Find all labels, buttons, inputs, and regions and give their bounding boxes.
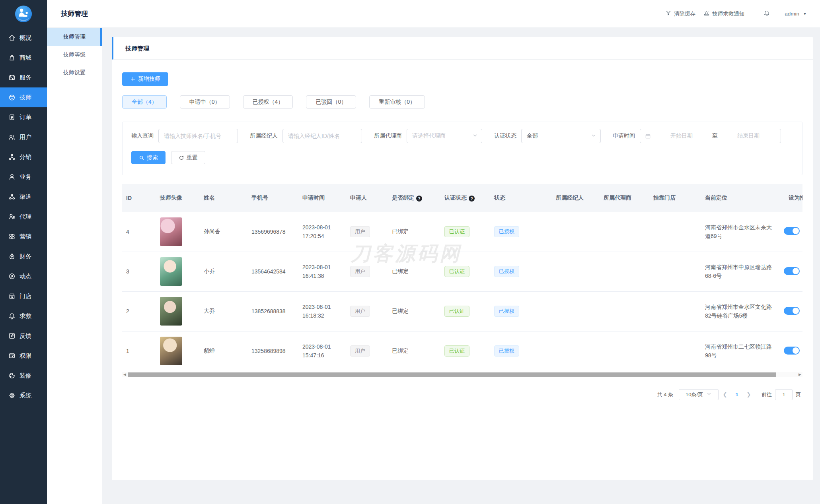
horizontal-scrollbar[interactable]: ◀ ▶	[122, 372, 802, 377]
tab-applying[interactable]: 申请中（0）	[180, 95, 230, 109]
sidebar-item-label: 权限	[19, 352, 31, 360]
sidebar-item-channel[interactable]: 渠道	[0, 187, 47, 207]
dealer-select[interactable]: 请选择代理商	[407, 129, 482, 143]
technician-avatar[interactable]	[160, 297, 182, 326]
sidebar-item-label: 渠道	[19, 193, 31, 201]
next-page-button[interactable]: ❯	[742, 392, 755, 397]
sidebar-nav: 概况 商城 服务 技师 订单 用户	[0, 28, 47, 405]
keyword-input[interactable]	[158, 129, 238, 143]
search-button[interactable]: 搜索	[131, 151, 166, 164]
sidebar-item-mall[interactable]: 商城	[0, 48, 47, 68]
sidebar-item-agent[interactable]: 代理	[0, 207, 47, 227]
agent-input[interactable]	[282, 129, 362, 143]
dealer-label: 所属代理商	[374, 132, 402, 140]
users-icon	[8, 134, 16, 141]
apply-time-range-picker[interactable]: 开始日期 至 结束日期	[640, 129, 781, 143]
cert-status-label: 认证状态	[494, 132, 516, 140]
marketing-icon	[8, 233, 16, 240]
scroll-left-arrow[interactable]: ◀	[122, 372, 127, 377]
sidebar-item-overview[interactable]: 概况	[0, 28, 47, 48]
bell-sos-icon	[8, 312, 16, 320]
order-icon	[8, 114, 16, 121]
sidebar-item-order[interactable]: 订单	[0, 107, 47, 127]
apply-time-label: 申请时间	[613, 132, 635, 140]
clear-cache-button[interactable]: 清除缓存	[665, 10, 695, 17]
sidebar-item-permission[interactable]: 权限	[0, 346, 47, 366]
submenu-item-technician-setting[interactable]: 技师设置	[47, 64, 102, 81]
tab-reaudit[interactable]: 重新审核（0）	[369, 95, 425, 109]
recommend-toggle[interactable]	[784, 347, 800, 355]
sidebar-item-label: 系统	[19, 392, 31, 399]
keyword-label: 输入查询	[131, 132, 154, 140]
sidebar-item-marketing[interactable]: 营销	[0, 227, 47, 246]
status-badge: 已授权	[494, 226, 519, 237]
sidebar-item-feedback[interactable]: 反馈	[0, 326, 47, 346]
sos-notice-button[interactable]: 技师求救通知	[703, 10, 744, 17]
user-menu[interactable]: admin ▼	[785, 11, 807, 17]
technician-avatar[interactable]	[160, 337, 182, 365]
agent-label: 所属经纪人	[250, 132, 278, 140]
add-technician-button[interactable]: 新增技师	[122, 72, 168, 86]
sidebar-item-label: 商城	[19, 54, 31, 62]
store-icon	[8, 293, 16, 300]
page-size-select[interactable]: 10条/页	[679, 389, 719, 400]
submenu-item-technician-manage[interactable]: 技师管理	[47, 28, 102, 46]
status-badge: 已授权	[494, 345, 519, 357]
applicant-badge: 用户	[350, 306, 370, 317]
reset-button[interactable]: 重置	[171, 151, 205, 164]
submenu-title: 技师管理	[47, 0, 102, 28]
recommend-toggle[interactable]	[784, 227, 800, 235]
refresh-icon	[179, 155, 184, 161]
sidebar-item-users[interactable]: 用户	[0, 127, 47, 147]
sidebar-item-dynamics[interactable]: 动态	[0, 266, 47, 286]
distribution-icon	[8, 153, 16, 161]
sidebar-item-technician[interactable]: 技师	[0, 87, 47, 107]
notification-bell-button[interactable]	[764, 10, 770, 17]
sidebar-item-sos[interactable]: 求救	[0, 306, 47, 326]
sidebar-item-system[interactable]: 系统	[0, 386, 47, 405]
technician-avatar[interactable]	[160, 257, 182, 286]
sidebar-item-store[interactable]: 门店	[0, 286, 47, 306]
gear-icon	[8, 392, 16, 399]
scrollbar-thumb[interactable]	[128, 372, 776, 377]
help-icon[interactable]: ?	[469, 196, 475, 202]
current-page[interactable]: 1	[731, 392, 742, 397]
cert-status-select[interactable]: 全部	[521, 129, 601, 143]
sidebar-item-label: 业务	[19, 173, 31, 181]
app-logo[interactable]	[0, 0, 47, 28]
status-badge: 已授权	[494, 306, 519, 317]
tab-authorized[interactable]: 已授权（4）	[243, 95, 293, 109]
recommend-toggle[interactable]	[784, 307, 800, 315]
sidebar-item-label: 服务	[19, 74, 31, 81]
caret-down-icon: ▼	[803, 12, 807, 16]
sidebar-item-label: 门店	[19, 293, 31, 300]
chevron-down-icon	[706, 391, 712, 398]
dynamics-icon	[8, 273, 16, 280]
page-title: 技师管理	[112, 37, 813, 60]
bell-icon	[764, 10, 770, 17]
prev-page-button[interactable]: ❮	[719, 392, 731, 397]
scroll-right-arrow[interactable]: ▶	[797, 372, 802, 377]
sidebar-item-service[interactable]: 服务	[0, 68, 47, 87]
sidebar-item-business[interactable]: 业务	[0, 167, 47, 187]
massage-logo-icon	[14, 5, 33, 23]
help-icon[interactable]: ?	[416, 196, 422, 202]
technician-avatar[interactable]	[160, 217, 182, 246]
status-tabs: 全部（4） 申请中（0） 已授权（4） 已驳回（0） 重新审核（0）	[122, 95, 802, 109]
technician-card: 技师管理 新增技师 全部（4） 申请中（0） 已授权（4） 已驳回（0） 重新审…	[112, 37, 813, 480]
total-count: 共 4 条	[657, 391, 673, 398]
tab-all[interactable]: 全部（4）	[122, 95, 167, 109]
cert-badge: 已认证	[444, 345, 469, 357]
recommend-toggle[interactable]	[784, 267, 800, 275]
sidebar-item-finance[interactable]: 财务	[0, 246, 47, 266]
topbar: 清除缓存 技师求救通知 admin ▼	[102, 0, 820, 28]
submenu-item-technician-level[interactable]: 技师等级	[47, 46, 102, 64]
chevron-down-icon	[472, 133, 478, 140]
sidebar-item-decorate[interactable]: 装修	[0, 366, 47, 386]
tab-rejected[interactable]: 已驳回（0）	[306, 95, 356, 109]
service-icon	[8, 74, 16, 81]
goto-page-input[interactable]	[775, 389, 793, 400]
sidebar-item-distribution[interactable]: 分销	[0, 147, 47, 167]
content: 技师管理 新增技师 全部（4） 申请中（0） 已授权（4） 已驳回（0） 重新审…	[102, 28, 820, 504]
table-row: 1 貂蝉 13258689898 2023-08-0115:47:16 用户 已…	[122, 331, 802, 371]
